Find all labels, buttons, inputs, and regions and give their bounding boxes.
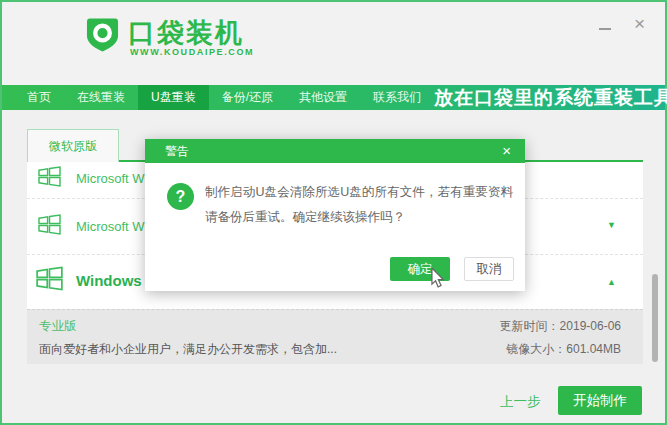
list-item-label: Microsoft Wi xyxy=(76,171,148,186)
update-time-value: 2019-06-06 xyxy=(560,319,621,333)
minimize-icon[interactable] xyxy=(599,28,611,30)
nav-item-backup-restore[interactable]: 备份/还原 xyxy=(209,85,286,110)
image-size: 镜像大小：601.04MB xyxy=(506,341,621,358)
nav-item-online-reinstall[interactable]: 在线重装 xyxy=(64,85,138,110)
edition-label: 专业版 xyxy=(39,318,77,335)
windows-logo-icon xyxy=(38,214,61,235)
image-size-value: 601.04MB xyxy=(566,342,621,356)
nav-item-usb-reinstall[interactable]: U盘重装 xyxy=(138,85,209,110)
app-window: 口袋装机 WWW.KOUDAIPE.COM × 首页 在线重装 U盘重装 备份/… xyxy=(0,0,667,425)
list-item-label: Microsoft Wi xyxy=(76,219,148,234)
tab-microsoft-original[interactable]: 微软原版 xyxy=(27,129,119,162)
nav-item-contact[interactable]: 联系我们 xyxy=(360,85,434,110)
dialog-title: 警告 xyxy=(165,139,189,163)
nav-item-other-settings[interactable]: 其他设置 xyxy=(286,85,360,110)
mouse-cursor xyxy=(430,268,445,288)
edition-description: 面向爱好者和小企业用户，满足办公开发需求，包含加... xyxy=(39,341,337,358)
app-title: 口袋装机 xyxy=(128,15,244,51)
dialog-message: 制作启动U盘会清除所选U盘的所有文件，若有重要资料请备份后重试。确定继续该操作吗… xyxy=(205,180,513,230)
detail-panel: 专业版 面向爱好者和小企业用户，满足办公开发需求，包含加... 更新时间：201… xyxy=(27,309,643,364)
cancel-button[interactable]: 取消 xyxy=(464,257,514,281)
warning-dialog: 警告 × ? 制作启动U盘会清除所选U盘的所有文件，若有重要资料请备份后重试。确… xyxy=(145,139,525,291)
scrollbar-thumb[interactable] xyxy=(652,274,658,362)
app-logo-shield-icon xyxy=(86,17,119,53)
update-time-label: 更新时间： xyxy=(500,319,560,333)
nav-slogan: 放在口袋里的系统重装工具 xyxy=(434,85,667,110)
dialog-close-icon[interactable]: × xyxy=(502,139,511,163)
titlebar: 口袋装机 WWW.KOUDAIPE.COM × xyxy=(2,2,665,85)
question-icon: ? xyxy=(167,183,194,210)
update-time: 更新时间：2019-06-06 xyxy=(500,318,621,335)
start-creation-button[interactable]: 开始制作 xyxy=(558,386,642,415)
nav-item-home[interactable]: 首页 xyxy=(14,85,64,110)
app-url: WWW.KOUDAIPE.COM xyxy=(130,47,254,57)
windows-logo-icon xyxy=(36,266,63,291)
previous-step-button[interactable]: 上一步 xyxy=(500,393,541,411)
windows-logo-icon xyxy=(38,166,61,187)
chevron-up-icon[interactable]: ▲ xyxy=(607,277,616,287)
chevron-down-icon[interactable]: ▼ xyxy=(607,220,616,230)
close-icon[interactable]: × xyxy=(634,14,645,33)
main-navbar: 首页 在线重装 U盘重装 备份/还原 其他设置 联系我们 放在口袋里的系统重装工… xyxy=(2,85,665,110)
image-size-label: 镜像大小： xyxy=(506,342,566,356)
dialog-header: 警告 × xyxy=(145,139,525,163)
